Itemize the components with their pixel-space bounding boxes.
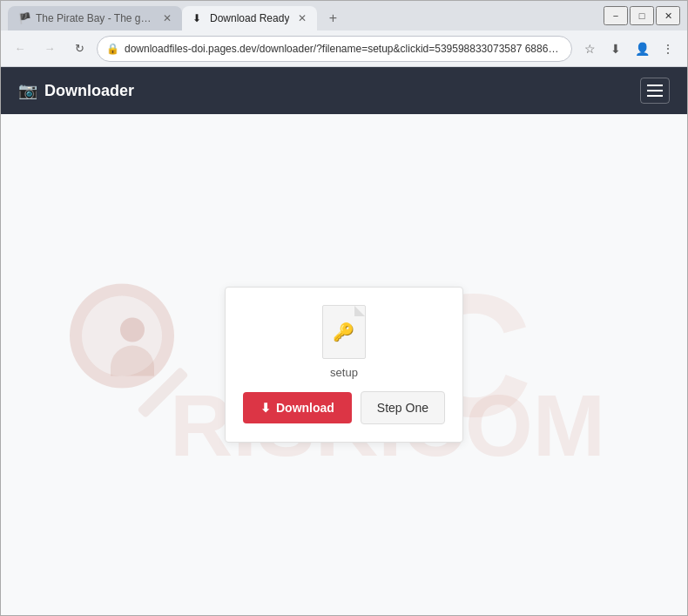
reload-button[interactable]: ↻ <box>67 37 91 61</box>
file-key-icon: 🔑 <box>333 322 354 342</box>
magnifier-circle <box>70 283 174 388</box>
download-arrow-icon: ⬇ <box>260 401 271 415</box>
app-navbar: 📷 Downloader <box>1 67 687 114</box>
app-brand-label: Downloader <box>44 82 134 100</box>
toolbar-icons: ☆ ⬇ 👤 ⋮ <box>577 37 680 61</box>
tab-list: 🏴 The Pirate Bay - The galaxy's m... ✕ ⬇… <box>8 1 597 30</box>
person-head <box>120 317 145 342</box>
lock-icon: 🔒 <box>106 43 119 55</box>
download-button-label: Download <box>276 401 334 415</box>
address-bar-row: ← → ↻ 🔒 downloadfiles-doi.pages.dev/down… <box>1 30 687 67</box>
person-body <box>111 345 154 376</box>
tab-favicon-1: 🏴 <box>18 12 30 24</box>
back-button[interactable]: ← <box>8 37 32 61</box>
star-icon[interactable]: ☆ <box>577 37 602 61</box>
watermark-magnifier <box>70 283 218 431</box>
file-preview: 🔑 setup <box>322 305 366 379</box>
camera-icon: 📷 <box>18 81 37 100</box>
new-tab-button[interactable]: + <box>320 6 345 30</box>
hamburger-line-2 <box>647 90 663 91</box>
tab-favicon-2: ⬇ <box>192 12 205 24</box>
download-icon[interactable]: ⬇ <box>604 37 628 61</box>
address-bar[interactable]: 🔒 downloadfiles-doi.pages.dev/downloader… <box>97 36 572 62</box>
step-one-button[interactable]: Step One <box>361 391 445 424</box>
file-icon-wrap: 🔑 <box>322 305 366 359</box>
magnifier-handle <box>137 366 188 417</box>
browser-frame: 🏴 The Pirate Bay - The galaxy's m... ✕ ⬇… <box>0 0 688 616</box>
app-brand: 📷 Downloader <box>18 81 134 100</box>
tab-close-1[interactable]: ✕ <box>163 13 172 24</box>
file-name: setup <box>330 366 358 379</box>
file-icon-corner <box>354 306 365 316</box>
menu-icon[interactable]: ⋮ <box>656 37 680 61</box>
hamburger-menu-button[interactable] <box>640 78 670 104</box>
window-controls: − □ ✕ <box>604 6 680 25</box>
minimize-button[interactable]: − <box>604 6 628 25</box>
hamburger-line-3 <box>647 95 663 97</box>
download-card: 🔑 setup ⬇ Download Step One <box>225 287 463 443</box>
tab-label-1: The Pirate Bay - The galaxy's m... <box>36 12 154 24</box>
close-button[interactable]: ✕ <box>656 6 680 25</box>
tab-close-2[interactable]: ✕ <box>298 13 307 24</box>
tab-label-2: Download Ready <box>210 12 289 24</box>
tab-download-ready[interactable]: ⬇ Download Ready ✕ <box>182 6 317 30</box>
step-one-label: Step One <box>377 401 428 415</box>
profile-icon[interactable]: 👤 <box>630 37 654 61</box>
magnifier-person <box>106 317 159 378</box>
download-actions: ⬇ Download Step One <box>243 391 445 424</box>
maximize-button[interactable]: □ <box>630 6 654 25</box>
tab-piratebay[interactable]: 🏴 The Pirate Bay - The galaxy's m... ✕ <box>8 6 182 30</box>
hamburger-line-1 <box>647 85 663 86</box>
title-bar: 🏴 The Pirate Bay - The galaxy's m... ✕ ⬇… <box>1 1 687 30</box>
page-content: PC RISK.COM 🔑 setup ⬇ Download Step One <box>1 114 687 615</box>
forward-button[interactable]: → <box>37 37 62 61</box>
download-button[interactable]: ⬇ Download <box>243 392 352 423</box>
address-text: downloadfiles-doi.pages.dev/downloader/?… <box>125 43 563 55</box>
